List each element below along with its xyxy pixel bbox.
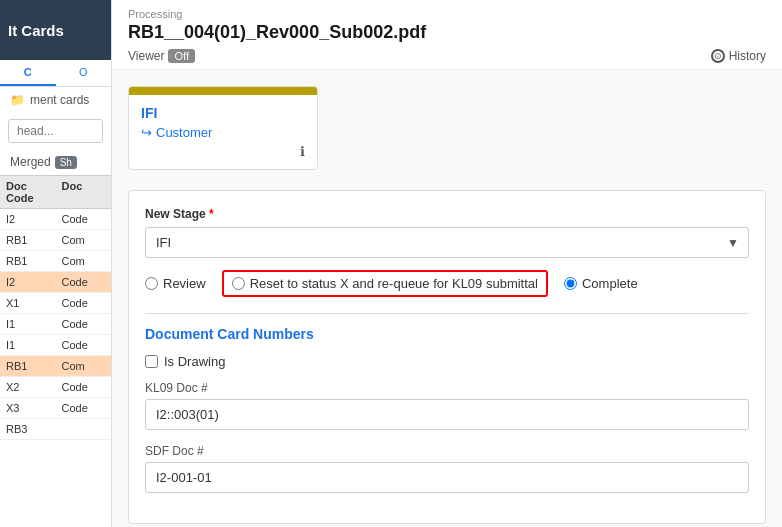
history-label: History (729, 49, 766, 63)
folder-icon: 📁 (10, 93, 25, 107)
radio-group: Review Reset to status X and re-queue fo… (145, 270, 749, 297)
merged-badge: Sh (55, 156, 77, 169)
sidebar: It Cards C O 📁 ment cards Merged Sh Doc … (0, 0, 112, 527)
sidebar-tabs: C O (0, 60, 111, 87)
viewer-row: Viewer Off ⊙ History (128, 49, 766, 63)
sdf-doc-group: SDF Doc # (145, 444, 749, 493)
main-content: Processing RB1__004(01)_Rev000_Sub002.pd… (112, 0, 782, 527)
is-drawing-row: Is Drawing (145, 354, 749, 369)
viewer-label: Viewer (128, 49, 164, 63)
table-row[interactable]: RB1Com (0, 251, 111, 272)
radio-review-input[interactable] (145, 277, 158, 290)
table-row[interactable]: X3Code (0, 398, 111, 419)
info-icon[interactable]: ℹ (300, 144, 305, 159)
sdf-doc-input[interactable] (145, 462, 749, 493)
col-doc-code: Doc Code (0, 176, 56, 208)
kl09-doc-label: KL09 Doc # (145, 381, 749, 395)
table-row-selected[interactable]: I2Code (0, 272, 111, 293)
radio-complete[interactable]: Complete (564, 276, 638, 291)
ifi-card: IFI ↪ Customer ℹ (128, 86, 318, 170)
radio-reset-input[interactable] (232, 277, 245, 290)
processing-label: Processing (128, 8, 766, 20)
required-indicator: * (209, 207, 214, 221)
is-drawing-checkbox[interactable] (145, 355, 158, 368)
history-icon: ⊙ (711, 49, 725, 63)
history-button[interactable]: ⊙ History (711, 49, 766, 63)
sidebar-tab-o[interactable]: O (56, 60, 112, 86)
kl09-doc-group: KL09 Doc # (145, 381, 749, 430)
table-row[interactable]: X1Code (0, 293, 111, 314)
sdf-doc-label: SDF Doc # (145, 444, 749, 458)
table-row[interactable]: RB1Com (0, 230, 111, 251)
merged-row: Merged Sh (0, 149, 111, 175)
table-row[interactable]: RB3 (0, 419, 111, 440)
is-drawing-label: Is Drawing (164, 354, 225, 369)
arrow-icon: ↪ (141, 125, 152, 140)
ifi-code: IFI (141, 105, 305, 121)
ifi-card-top-bar (129, 87, 317, 95)
table-header: Doc Code Doc (0, 175, 111, 209)
ifi-info: ℹ (141, 144, 305, 159)
viewer-badge: Viewer Off (128, 49, 195, 63)
radio-reset-label: Reset to status X and re-queue for KL09 … (250, 276, 538, 291)
doc-card-section-title: Document Card Numbers (145, 326, 749, 342)
table-row[interactable]: X2Code (0, 377, 111, 398)
radio-review[interactable]: Review (145, 276, 206, 291)
stage-select[interactable]: IFI (145, 227, 749, 258)
customer-label: Customer (156, 125, 212, 140)
radio-reset[interactable]: Reset to status X and re-queue for KL09 … (222, 270, 548, 297)
sidebar-search-input[interactable] (8, 119, 103, 143)
viewer-toggle[interactable]: Off (168, 49, 194, 63)
table-row[interactable]: I1Code (0, 335, 111, 356)
col-doc: Doc (56, 176, 112, 208)
radio-complete-input[interactable] (564, 277, 577, 290)
sidebar-tab-c[interactable]: C (0, 60, 56, 86)
table-row[interactable]: I2Code (0, 209, 111, 230)
table-row-rb1[interactable]: RB1Com (0, 356, 111, 377)
radio-review-label: Review (163, 276, 206, 291)
stage-select-wrapper: IFI ▼ (145, 227, 749, 258)
form-section: New Stage * IFI ▼ Review (128, 190, 766, 524)
file-title: RB1__004(01)_Rev000_Sub002.pdf (128, 22, 766, 43)
main-header: Processing RB1__004(01)_Rev000_Sub002.pd… (112, 0, 782, 70)
ifi-card-body: IFI ↪ Customer ℹ (129, 95, 317, 169)
sidebar-title: It Cards (0, 0, 111, 60)
table-body: I2Code RB1Com RB1Com I2Code X1Code I1Cod… (0, 209, 111, 440)
table-row[interactable]: I1Code (0, 314, 111, 335)
form-divider (145, 313, 749, 314)
kl09-doc-input[interactable] (145, 399, 749, 430)
merged-label: Merged (10, 155, 51, 169)
new-stage-label: New Stage * (145, 207, 749, 221)
main-body: IFI ↪ Customer ℹ New Stage * (112, 70, 782, 527)
ifi-customer: ↪ Customer (141, 125, 305, 140)
sidebar-title-text: It Cards (8, 22, 64, 39)
radio-complete-label: Complete (582, 276, 638, 291)
sidebar-nav-item[interactable]: 📁 ment cards (0, 87, 111, 113)
